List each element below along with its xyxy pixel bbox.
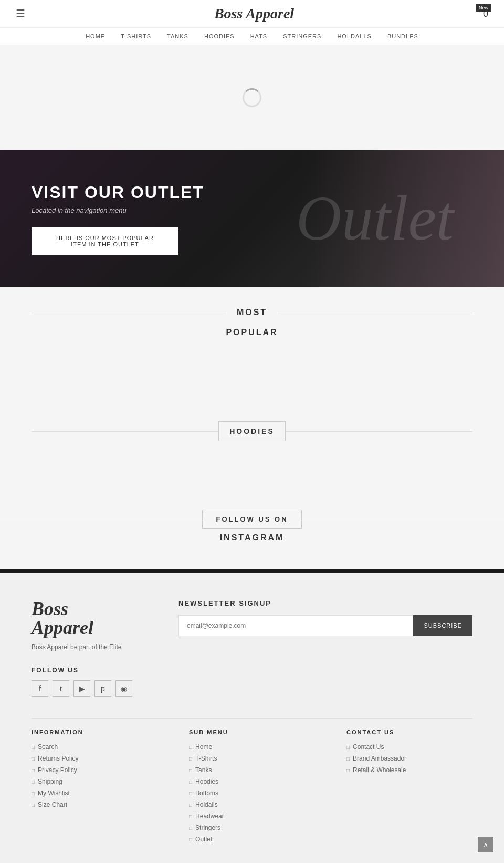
footer-logo: BossApparel (32, 599, 147, 637)
social-icons: f t ▶ p ◉ (32, 680, 147, 697)
footer-link-returns[interactable]: Returns Policy (32, 755, 158, 762)
nav-hoodies[interactable]: HOODIES (204, 33, 235, 39)
footer-retail-wholesale[interactable]: Retail & Wholesale (346, 766, 472, 774)
instagram-follow-text: FOLLOW US ON (202, 510, 301, 529)
most-popular-sub: POPULAR (0, 323, 504, 358)
instagram-section: FOLLOW US ON INSTAGRAM (0, 488, 504, 569)
footer-submenu-home[interactable]: Home (189, 743, 315, 751)
footer-links: INFORMATION Search Returns Policy Privac… (32, 718, 472, 847)
hero-content: VISIT OUR OUTLET Located in the navigati… (0, 162, 236, 276)
nav-tshirts[interactable]: T-SHIRTS (121, 33, 151, 39)
footer-link-search[interactable]: Search (32, 743, 158, 751)
footer-submenu-bottoms[interactable]: Bottoms (189, 789, 315, 797)
footer-contact-col: CONTACT US Contact Us Brand Ambassador R… (346, 729, 472, 847)
nav-bundles[interactable]: BUNDLES (387, 33, 418, 39)
most-popular-heading-text: MOST (226, 308, 278, 317)
footer-submenu-outlet[interactable]: Outlet (189, 836, 315, 843)
main-nav: HOME T-SHIRTS TANKS HOODIES HATS STRINGE… (0, 28, 504, 45)
nav-stringers[interactable]: STRINGERS (283, 33, 321, 39)
hoodies-heading-text: HOODIES (218, 421, 286, 441)
hero-banner: Outlet VISIT OUR OUTLET Located in the n… (0, 150, 504, 287)
instagram-icon[interactable]: ◉ (116, 680, 132, 697)
footer-tagline: Boss Apparel be part of the Elite (32, 643, 147, 651)
footer-submenu-tshirts[interactable]: T-Shirts (189, 755, 315, 762)
hero-cta-button[interactable]: HERE IS OUR MOST POPULAR ITEM IN THE OUT… (32, 227, 178, 255)
pinterest-icon[interactable]: p (94, 680, 111, 697)
most-popular-heading: MOST (0, 287, 504, 323)
hamburger-menu[interactable]: ☰ (16, 7, 25, 20)
instagram-sub-text: INSTAGRAM (0, 529, 504, 558)
footer-submenu-title: SUB MENU (189, 729, 315, 735)
loading-spinner (243, 88, 261, 107)
hoodies-products (0, 446, 504, 488)
follow-section: FOLLOW US f t ▶ p ◉ (32, 667, 147, 697)
hero-silhouette (252, 150, 504, 287)
footer-submenu-headwear[interactable]: Headwear (189, 813, 315, 820)
footer-submenu-tanks[interactable]: Tanks (189, 766, 315, 774)
scroll-to-top-button[interactable]: ∧ (478, 837, 494, 852)
cart-area: New 0 (483, 8, 488, 19)
hoodies-line-left (32, 431, 218, 432)
twitter-icon[interactable]: t (52, 680, 69, 697)
footer-link-privacy[interactable]: Privacy Policy (32, 766, 158, 774)
footer-brand: BossApparel Boss Apparel be part of the … (32, 599, 147, 697)
nav-tanks[interactable]: TANKS (167, 33, 188, 39)
newsletter-title: NEWSLETTER SIGNUP (178, 599, 472, 607)
hoodies-line-right (286, 431, 472, 432)
footer-contact-us[interactable]: Contact Us (346, 743, 472, 751)
cart-count[interactable]: 0 (483, 8, 488, 19)
newsletter-form: SUBSCRIBE (178, 615, 472, 636)
most-popular-sub-text: POPULAR (226, 328, 278, 337)
footer-brand-ambassador[interactable]: Brand Ambassador (346, 755, 472, 762)
footer-contact-title: CONTACT US (346, 729, 472, 735)
heading-line-left (32, 313, 226, 313)
footer-top: BossApparel Boss Apparel be part of the … (32, 599, 472, 697)
footer-link-size-chart[interactable]: Size Chart (32, 801, 158, 808)
hero-title: VISIT OUR OUTLET (32, 183, 204, 202)
hero-subtitle: Located in the navigation menu (32, 206, 204, 214)
site-header: ☰ Boss Apparel New 0 (0, 0, 504, 28)
instagram-heading: FOLLOW US ON (0, 510, 504, 529)
footer-information-title: INFORMATION (32, 729, 158, 735)
nav-holdalls[interactable]: HOLDALLS (337, 33, 371, 39)
hoodies-section-heading: HOODIES (0, 400, 504, 446)
dark-divider (0, 569, 504, 573)
loading-area (0, 45, 504, 150)
newsletter-section: NEWSLETTER SIGNUP SUBSCRIBE (178, 599, 472, 636)
footer-link-shipping[interactable]: Shipping (32, 778, 158, 785)
nav-home[interactable]: HOME (86, 33, 105, 39)
most-popular-products (0, 358, 504, 400)
site-logo[interactable]: Boss Apparel (25, 5, 483, 22)
footer-submenu-col: SUB MENU Home T-Shirts Tanks Hoodies Bot… (189, 729, 315, 847)
insta-line-right (302, 519, 504, 519)
footer-submenu-stringers[interactable]: Stringers (189, 824, 315, 831)
footer-link-wishlist[interactable]: My Wishlist (32, 789, 158, 797)
facebook-icon[interactable]: f (32, 680, 48, 697)
insta-line-left (0, 519, 202, 519)
follow-title: FOLLOW US (32, 667, 147, 674)
youtube-icon[interactable]: ▶ (74, 680, 90, 697)
footer-submenu-holdalls[interactable]: Holdalls (189, 801, 315, 808)
footer-submenu-hoodies[interactable]: Hoodies (189, 778, 315, 785)
newsletter-subscribe-button[interactable]: SUBSCRIBE (413, 615, 472, 636)
newsletter-email-input[interactable] (178, 615, 413, 636)
footer-information-col: INFORMATION Search Returns Policy Privac… (32, 729, 158, 847)
heading-line-right (278, 313, 472, 313)
site-footer: BossApparel Boss Apparel be part of the … (0, 573, 504, 863)
nav-hats[interactable]: HATS (250, 33, 268, 39)
